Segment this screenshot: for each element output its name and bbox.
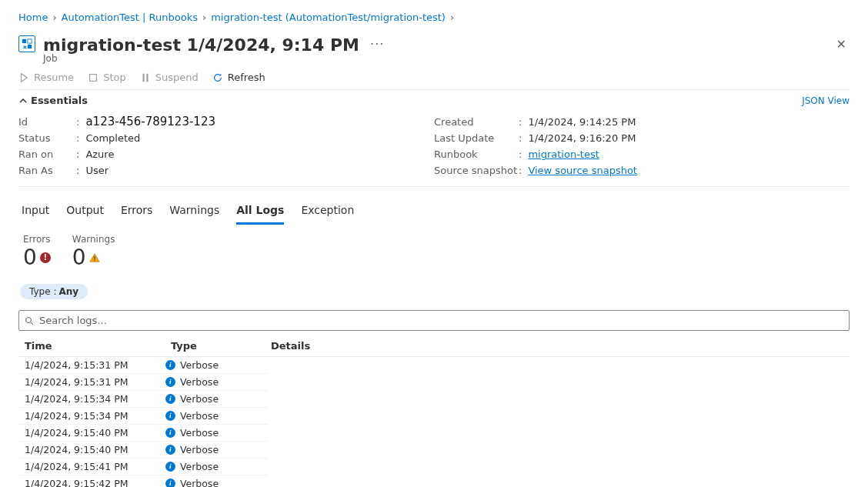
- tab-warnings[interactable]: Warnings: [169, 201, 219, 225]
- type-label: Verbose: [180, 427, 219, 439]
- svg-rect-6: [94, 256, 95, 259]
- essentials-key: Ran As: [18, 162, 76, 178]
- essentials-key: Source snapshot: [434, 162, 519, 178]
- svg-line-9: [31, 322, 33, 324]
- table-row[interactable]: 1/4/2024, 9:15:40 PMiVerbose: [18, 442, 268, 459]
- colon: :: [519, 130, 522, 146]
- svg-rect-2: [28, 45, 32, 48]
- svg-rect-3: [90, 74, 97, 81]
- chevron-right-icon: ›: [450, 12, 454, 23]
- cell-type: iVerbose: [165, 444, 262, 455]
- info-icon: i: [165, 479, 175, 487]
- warnings-counter-label: Warnings: [72, 234, 115, 245]
- essentials-value[interactable]: migration-test: [528, 146, 599, 162]
- essentials-value: User: [85, 162, 108, 178]
- tab-output[interactable]: Output: [66, 201, 104, 225]
- breadcrumb-item[interactable]: AutomationTest | Runbooks: [62, 12, 198, 23]
- breadcrumb-item[interactable]: Home: [18, 12, 48, 23]
- essentials-row: Id:a123-456-789123-123: [18, 114, 434, 130]
- type-label: Verbose: [180, 461, 219, 472]
- search-icon: [25, 316, 34, 325]
- svg-rect-5: [146, 73, 148, 82]
- info-icon: i: [165, 462, 175, 472]
- cell-type: iVerbose: [165, 393, 262, 405]
- runbook-job-icon: [18, 35, 35, 52]
- tab-all-logs[interactable]: All Logs: [236, 201, 284, 225]
- essentials-toggle[interactable]: Essentials JSON View: [18, 90, 850, 111]
- essentials-key: Created: [434, 114, 519, 130]
- table-row[interactable]: 1/4/2024, 9:15:31 PMiVerbose: [18, 374, 268, 391]
- table-row[interactable]: 1/4/2024, 9:15:34 PMiVerbose: [18, 391, 268, 408]
- resume-label: Resume: [34, 72, 74, 83]
- essentials-panel: Id:a123-456-789123-123Status:CompletedRa…: [18, 111, 850, 187]
- errors-counter-label: Errors: [23, 234, 51, 245]
- type-label: Verbose: [180, 478, 219, 487]
- pause-icon: [140, 72, 151, 83]
- cell-type: iVerbose: [165, 461, 262, 472]
- type-filter-key: Type :: [29, 286, 56, 297]
- svg-rect-1: [28, 39, 32, 43]
- colon: :: [519, 162, 522, 178]
- json-view-link[interactable]: JSON View: [802, 95, 850, 106]
- info-icon: i: [165, 360, 175, 370]
- log-counters: Errors 0 ! Warnings 0: [18, 225, 850, 273]
- type-label: Verbose: [180, 444, 219, 455]
- tabs: InputOutputErrorsWarningsAll LogsExcepti…: [18, 187, 850, 225]
- type-label: Verbose: [180, 359, 219, 371]
- tab-errors[interactable]: Errors: [121, 201, 152, 225]
- page-subtitle: Job: [43, 53, 833, 64]
- cell-type: iVerbose: [165, 410, 262, 422]
- essentials-value: Completed: [85, 130, 140, 146]
- table-row[interactable]: 1/4/2024, 9:15:41 PMiVerbose: [18, 459, 268, 475]
- resume-button[interactable]: Resume: [18, 72, 74, 83]
- tab-exception[interactable]: Exception: [301, 201, 354, 225]
- colon: :: [76, 162, 79, 178]
- tab-input[interactable]: Input: [22, 201, 49, 225]
- info-icon: i: [165, 394, 175, 404]
- table-row[interactable]: 1/4/2024, 9:15:40 PMiVerbose: [18, 425, 268, 442]
- breadcrumb-item[interactable]: migration-test (AutomationTest/migration…: [211, 12, 446, 23]
- essentials-row: Created:1/4/2024, 9:14:25 PM: [434, 114, 850, 130]
- type-filter-pill[interactable]: Type : Any: [20, 284, 88, 299]
- table-row[interactable]: 1/4/2024, 9:15:31 PMiVerbose: [18, 357, 268, 374]
- col-type[interactable]: Type: [171, 340, 271, 352]
- refresh-button[interactable]: Refresh: [212, 72, 265, 83]
- cell-time: 1/4/2024, 9:15:34 PM: [25, 393, 165, 405]
- colon: :: [76, 146, 79, 162]
- col-time[interactable]: Time: [25, 340, 171, 352]
- suspend-button[interactable]: Suspend: [140, 72, 199, 83]
- info-icon: i: [165, 428, 175, 438]
- table-row[interactable]: 1/4/2024, 9:15:42 PMiVerbose: [18, 475, 268, 487]
- more-actions-button[interactable]: ···: [370, 37, 384, 52]
- table-row[interactable]: 1/4/2024, 9:15:34 PMiVerbose: [18, 408, 268, 425]
- refresh-icon: [212, 72, 223, 83]
- errors-counter-value: 0: [23, 245, 37, 270]
- essentials-key: Last Update: [434, 130, 519, 146]
- error-icon: !: [40, 252, 51, 263]
- refresh-label: Refresh: [228, 72, 265, 83]
- essentials-row: Ran on:Azure: [18, 146, 434, 162]
- play-icon: [18, 72, 29, 83]
- essentials-row: Status:Completed: [18, 130, 434, 146]
- essentials-key: Status: [18, 130, 76, 146]
- colon: :: [519, 114, 522, 130]
- essentials-row: Runbook:migration-test: [434, 146, 850, 162]
- essentials-value: Azure: [85, 146, 114, 162]
- essentials-value[interactable]: View source snapshot: [528, 162, 637, 178]
- type-filter-value: Any: [58, 286, 78, 297]
- col-details[interactable]: Details: [271, 340, 843, 352]
- close-button[interactable]: ✕: [833, 35, 850, 54]
- cell-time: 1/4/2024, 9:15:41 PM: [25, 461, 165, 472]
- warnings-counter-value: 0: [72, 245, 86, 270]
- svg-rect-0: [22, 39, 26, 43]
- warning-icon: [89, 252, 100, 263]
- essentials-row: Last Update:1/4/2024, 9:16:20 PM: [434, 130, 850, 146]
- essentials-value: a123-456-789123-123: [85, 114, 215, 130]
- essentials-key: Ran on: [18, 146, 76, 162]
- cell-time: 1/4/2024, 9:15:31 PM: [25, 359, 165, 371]
- stop-button[interactable]: Stop: [88, 72, 126, 83]
- table-header: Time Type Details: [18, 335, 850, 357]
- svg-rect-4: [142, 73, 144, 82]
- chevron-right-icon: ›: [52, 12, 56, 23]
- search-input[interactable]: [18, 310, 850, 331]
